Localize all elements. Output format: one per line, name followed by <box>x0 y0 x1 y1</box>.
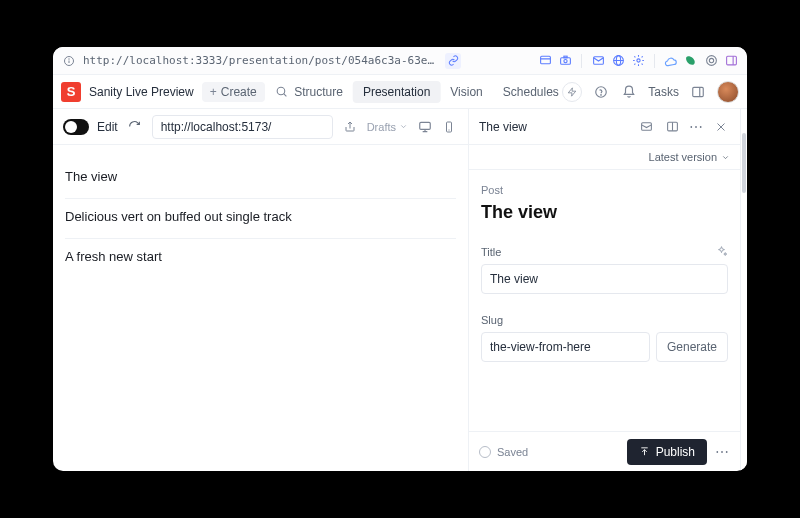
ext-cloud-icon[interactable] <box>663 53 679 69</box>
document-type-label: Post <box>481 184 728 196</box>
tab-structure[interactable]: Structure <box>284 81 353 103</box>
svg-rect-3 <box>540 56 550 64</box>
ext-panel-icon[interactable] <box>723 53 739 69</box>
browser-ext-group-1 <box>537 53 573 69</box>
document-header: The view ⋯ <box>469 109 740 145</box>
link-icon[interactable] <box>445 53 461 69</box>
more-icon[interactable]: ⋯ <box>689 119 704 135</box>
panel-right-icon[interactable] <box>689 83 707 101</box>
edit-label: Edit <box>97 120 118 134</box>
create-button[interactable]: + Create <box>202 82 265 102</box>
refresh-icon[interactable] <box>126 118 144 136</box>
preview-url-value: http://localhost:5173/ <box>161 120 272 134</box>
preview-body: The view Delicious vert on buffed out si… <box>53 145 468 471</box>
chevron-down-icon <box>721 153 730 162</box>
slug-input[interactable]: the-view-from-here <box>481 332 650 362</box>
avatar[interactable] <box>717 81 739 103</box>
tab-vision[interactable]: Vision <box>440 81 492 103</box>
ext-gear-icon[interactable] <box>630 53 646 69</box>
slug-field-label: Slug <box>481 314 728 326</box>
ext-camera-icon[interactable] <box>557 53 573 69</box>
browser-ext-group-3 <box>663 53 739 69</box>
app-topbar: S Sanity Live Preview + Create Structure… <box>53 75 747 109</box>
title-input[interactable]: The view <box>481 264 728 294</box>
version-label-text: Latest version <box>649 151 717 163</box>
svg-rect-5 <box>560 58 570 64</box>
preview-pane: Edit http://localhost:5173/ Drafts <box>53 109 469 471</box>
title-label-text: Title <box>481 246 501 258</box>
info-icon[interactable] <box>61 53 77 69</box>
svg-point-13 <box>706 56 716 66</box>
document-body: Post The view Title The view Slug the-v <box>469 170 740 431</box>
plus-icon: + <box>210 85 217 99</box>
ext-globe-icon[interactable] <box>610 53 626 69</box>
svg-point-14 <box>709 58 713 62</box>
mobile-icon[interactable] <box>440 118 458 136</box>
drafts-dropdown[interactable]: Drafts <box>367 121 408 133</box>
edit-toggle[interactable] <box>63 119 89 135</box>
bell-icon[interactable] <box>620 83 638 101</box>
slug-label-text: Slug <box>481 314 503 326</box>
generate-label: Generate <box>667 340 717 354</box>
sanity-logo[interactable]: S <box>61 82 81 102</box>
publish-label: Publish <box>656 445 695 459</box>
inspect-icon[interactable] <box>637 118 655 136</box>
help-icon[interactable] <box>592 83 610 101</box>
close-icon[interactable] <box>712 118 730 136</box>
publish-icon <box>639 446 650 457</box>
tasks-label[interactable]: Tasks <box>648 85 679 99</box>
status-indicator-icon <box>479 446 491 458</box>
saved-status: Saved <box>479 446 619 458</box>
ext-target-icon[interactable] <box>703 53 719 69</box>
svg-rect-30 <box>641 123 651 131</box>
ext-window-icon[interactable] <box>537 53 553 69</box>
document-footer: Saved Publish ⋯ <box>469 431 740 471</box>
nav-tabs: Structure Presentation Vision Schedules <box>284 81 569 103</box>
content-area: Edit http://localhost:5173/ Drafts <box>53 109 747 471</box>
preview-toolbar: Edit http://localhost:5173/ Drafts <box>53 109 468 145</box>
generate-button[interactable]: Generate <box>656 332 728 362</box>
title-value: The view <box>490 272 538 286</box>
create-label: Create <box>221 85 257 99</box>
share-icon[interactable] <box>341 118 359 136</box>
split-icon[interactable] <box>663 118 681 136</box>
drafts-label: Drafts <box>367 121 396 133</box>
version-dropdown[interactable]: Latest version <box>649 151 730 163</box>
svg-rect-22 <box>693 87 704 96</box>
ai-assist-icon[interactable] <box>715 245 728 258</box>
tab-schedules[interactable]: Schedules <box>493 81 569 103</box>
svg-rect-7 <box>563 56 566 58</box>
document-heading: The view <box>481 202 728 223</box>
ext-bean-icon[interactable] <box>683 53 699 69</box>
svg-point-21 <box>601 94 602 95</box>
tab-presentation[interactable]: Presentation <box>353 81 440 103</box>
title-field-label: Title <box>481 245 728 258</box>
list-item[interactable]: The view <box>65 159 456 199</box>
browser-ext-group-2 <box>590 53 646 69</box>
list-item[interactable]: Delicious vert on buffed out single trac… <box>65 199 456 239</box>
topbar-right: Tasks <box>562 81 739 103</box>
desktop-icon[interactable] <box>416 118 434 136</box>
svg-marker-19 <box>569 87 577 95</box>
svg-point-6 <box>563 59 566 62</box>
browser-url[interactable]: http://localhost:3333/presentation/post/… <box>83 54 439 67</box>
app-window: http://localhost:3333/presentation/post/… <box>53 47 747 471</box>
scrollbar[interactable] <box>741 109 747 471</box>
svg-point-12 <box>636 59 639 62</box>
footer-more-icon[interactable]: ⋯ <box>715 444 730 460</box>
browser-address-bar: http://localhost:3333/presentation/post/… <box>53 47 747 75</box>
ext-mail-icon[interactable] <box>590 53 606 69</box>
app-brand: Sanity Live Preview <box>89 85 194 99</box>
document-pane-title: The view <box>479 120 629 134</box>
svg-point-2 <box>69 58 70 59</box>
svg-rect-25 <box>420 122 431 129</box>
preview-url-input[interactable]: http://localhost:5173/ <box>152 115 333 139</box>
svg-rect-15 <box>726 56 736 65</box>
list-item[interactable]: A fresh new start <box>65 239 456 264</box>
document-pane: The view ⋯ Latest version Post The view <box>469 109 741 471</box>
slug-value: the-view-from-here <box>490 340 591 354</box>
saved-label: Saved <box>497 446 528 458</box>
chevron-down-icon <box>399 122 408 131</box>
publish-button[interactable]: Publish <box>627 439 707 465</box>
version-row: Latest version <box>469 145 740 170</box>
